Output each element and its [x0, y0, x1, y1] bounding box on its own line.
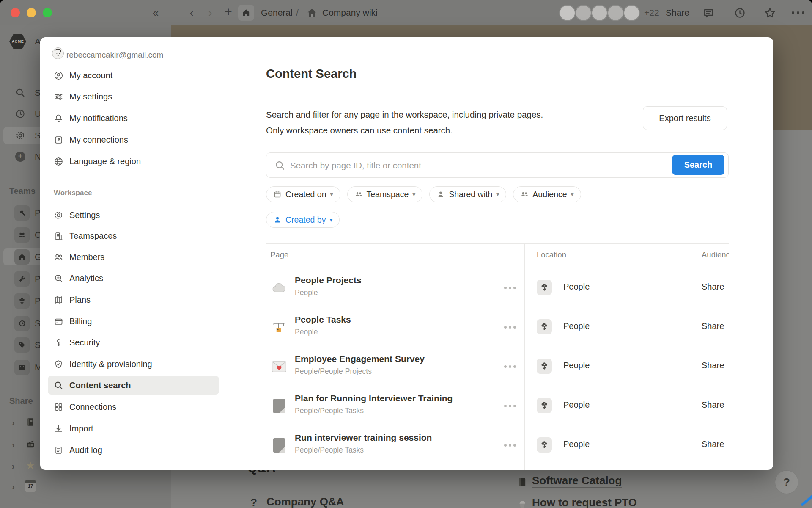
- menu-item-connections[interactable]: Connections: [48, 398, 219, 416]
- menu-item-audit-log[interactable]: Audit log: [48, 441, 219, 459]
- menu-item-my-notifications[interactable]: My notifications: [48, 109, 219, 127]
- help-button[interactable]: ?: [775, 470, 798, 494]
- company-qa-link[interactable]: Company Q&A: [266, 495, 344, 508]
- favorite-star-icon[interactable]: [764, 7, 776, 21]
- search-icon: [54, 381, 63, 390]
- cloud-icon: [271, 280, 287, 296]
- row-more-options-icon[interactable]: [504, 324, 521, 330]
- shared-page-item[interactable]: › 17: [3, 478, 167, 495]
- table-row[interactable]: People Tasks People People Share: [266, 307, 729, 347]
- avatar-overflow-count[interactable]: +22: [644, 0, 659, 25]
- close-window-button[interactable]: [11, 8, 20, 17]
- people-icon: [14, 227, 30, 243]
- menu-item-security[interactable]: Security: [48, 333, 219, 352]
- menu-item-members[interactable]: Members: [48, 248, 219, 266]
- filter-audience[interactable]: Audience▾: [513, 186, 581, 202]
- search-button[interactable]: Search: [672, 155, 724, 175]
- software-catalog-link[interactable]: Software Catalog: [532, 474, 622, 487]
- export-results-button[interactable]: Export results: [643, 106, 727, 130]
- people-icon: [520, 190, 529, 199]
- new-tab-icon[interactable]: +: [222, 0, 235, 25]
- filter-created-by[interactable]: Created by▾: [266, 212, 340, 228]
- workspace-section-header: Workspace: [54, 189, 92, 197]
- forward-icon[interactable]: ›: [204, 0, 217, 25]
- comments-icon[interactable]: [703, 7, 714, 20]
- menu-item-identity-provisioning[interactable]: Identity & provisioning: [48, 355, 219, 373]
- flower-icon: [14, 293, 30, 309]
- teams-section-header: Teams: [9, 186, 36, 196]
- updates-clock-icon[interactable]: [734, 7, 746, 20]
- shared-section-header: Share: [9, 396, 33, 406]
- menu-item-settings[interactable]: Settings: [48, 206, 219, 224]
- teamspace-flower-icon: [537, 398, 552, 413]
- back-icon[interactable]: ‹: [185, 0, 198, 25]
- calendar-icon: [273, 190, 282, 199]
- building-icon: [54, 231, 63, 241]
- menu-item-language-region[interactable]: Language & region: [48, 152, 219, 171]
- menu-item-import[interactable]: Import: [48, 419, 219, 438]
- chevron-right-icon: ›: [12, 418, 15, 428]
- menu-item-analytics[interactable]: Analytics: [48, 269, 219, 287]
- avatar: [575, 5, 592, 21]
- breadcrumb-page[interactable]: Company wiki: [322, 0, 378, 25]
- menu-item-plans[interactable]: Plans: [48, 290, 219, 309]
- tag-icon: [14, 337, 30, 353]
- home-tab-icon[interactable]: [238, 5, 254, 21]
- row-more-options-icon[interactable]: [504, 403, 521, 409]
- search-icon: [15, 88, 25, 98]
- share-button[interactable]: Share: [666, 0, 689, 25]
- page-description: Search and filter for any page in the wo…: [266, 107, 638, 138]
- menu-item-my-account[interactable]: My account: [48, 66, 219, 85]
- key-icon: [54, 338, 63, 348]
- menu-item-my-settings[interactable]: My settings: [48, 87, 219, 106]
- menu-item-content-search[interactable]: Content search: [48, 376, 219, 395]
- teamspace-flower-icon: [537, 437, 552, 453]
- collapse-sidebar-icon[interactable]: «: [147, 0, 164, 25]
- house-emoji-icon: [306, 7, 318, 20]
- menu-item-my-connections[interactable]: My connections: [48, 130, 219, 149]
- calendar-icon: 17: [25, 480, 36, 492]
- divider: [247, 491, 472, 491]
- sliders-icon: [54, 92, 63, 102]
- notebook-icon: [25, 416, 36, 428]
- menu-item-teamspaces[interactable]: Teamspaces: [48, 226, 219, 245]
- avatar: [591, 5, 608, 21]
- table-row[interactable]: Plan for Running Interviewer Training Pe…: [266, 386, 729, 425]
- download-arrow-icon: [54, 424, 63, 433]
- chevron-down-icon: ▾: [330, 191, 333, 198]
- teamspace-flower-icon: [537, 359, 552, 374]
- filter-shared-with[interactable]: Shared with▾: [429, 186, 506, 202]
- app-window: « ‹ › + General / Company wiki +22 Share: [0, 0, 812, 508]
- table-row[interactable]: People Projects People People Share: [266, 268, 729, 307]
- notebook-icon: [517, 477, 528, 489]
- menu-item-billing[interactable]: Billing: [48, 312, 219, 331]
- arrow-out-box-icon: [54, 135, 63, 145]
- page-icon: [271, 437, 287, 453]
- user-avatar: [52, 47, 64, 59]
- chevron-right-icon: ›: [12, 461, 15, 471]
- more-options-icon[interactable]: [792, 11, 804, 14]
- search-icon: [274, 160, 285, 171]
- row-more-options-icon[interactable]: [504, 364, 521, 370]
- grid-icon: [54, 402, 63, 412]
- gear-icon: [15, 130, 25, 141]
- map-icon: [54, 295, 63, 305]
- how-to-request-pto-link[interactable]: How to request PTO: [532, 496, 637, 508]
- cupcake-icon: [517, 499, 528, 508]
- page-title: Content Search: [266, 67, 357, 81]
- zoom-window-button[interactable]: [43, 8, 52, 17]
- search-input[interactable]: [289, 153, 672, 178]
- table-row[interactable]: Employee Engagement Survey People/People…: [266, 347, 729, 386]
- row-more-options-icon[interactable]: [504, 442, 521, 448]
- row-more-options-icon[interactable]: [504, 285, 521, 291]
- globe-icon: [54, 157, 63, 166]
- table-row[interactable]: Run interviewer training session People/…: [266, 425, 729, 465]
- hammer-icon: [14, 205, 30, 221]
- shield-check-icon: [54, 359, 63, 369]
- filter-created-on[interactable]: Created on▾: [266, 186, 340, 202]
- minimize-window-button[interactable]: [27, 8, 36, 17]
- breadcrumb-workspace[interactable]: General: [261, 0, 293, 25]
- filter-teamspace[interactable]: Teamspace▾: [347, 186, 423, 202]
- column-header-audience: Audience: [702, 250, 729, 260]
- column-header-page: Page: [270, 250, 288, 260]
